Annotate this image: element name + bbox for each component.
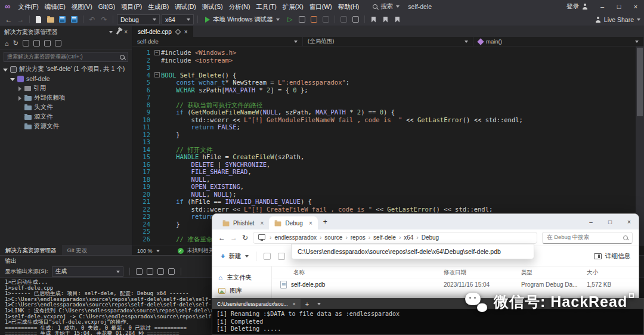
pin-icon[interactable] <box>175 29 181 35</box>
menu-item[interactable]: 测试(S) <box>199 0 226 13</box>
pin-icon[interactable] <box>116 29 121 35</box>
close-tab-icon[interactable]: × <box>184 29 188 35</box>
explorer-search-input[interactable]: 在 Debug 中搜索 <box>542 232 633 244</box>
sign-in-button[interactable]: 登录 <box>561 2 594 11</box>
code-line[interactable]: #include <iostream> <box>161 57 636 64</box>
tree-item[interactable]: 解决方案 'self-dele' (1 个项目, 共 1 个) <box>0 64 132 74</box>
new-tab-icon[interactable]: + <box>318 218 333 226</box>
start-debugging-button[interactable]: 本地 Windows 调试器 <box>202 14 283 25</box>
column-header[interactable]: 大小 <box>587 269 639 277</box>
code-line[interactable]: WCHAR szPath[MAX_PATH * 2] = { 0 }; <box>161 86 636 94</box>
menu-item[interactable]: 编辑(E) <box>42 0 69 13</box>
chevron-down-icon[interactable] <box>317 303 321 305</box>
open-folder-icon[interactable] <box>45 14 55 25</box>
bookmark-icon[interactable] <box>369 14 379 25</box>
navigate-back-icon[interactable]: ← <box>4 14 14 25</box>
save-all-icon[interactable] <box>69 14 79 25</box>
expand-arrow-icon[interactable] <box>17 86 22 91</box>
redo-icon[interactable]: ↷ <box>99 14 109 25</box>
sidebar-item[interactable]: 图库 <box>212 284 271 297</box>
code-line[interactable]: const wchar_t* NewStream = L":endlesspar… <box>161 79 636 86</box>
message-list-icon[interactable] <box>136 268 143 275</box>
breadcrumb-segment[interactable]: self-dele <box>372 234 397 241</box>
menu-item[interactable]: 视图(V) <box>69 0 95 13</box>
properties-icon[interactable] <box>55 40 61 46</box>
maximize-button[interactable]: □ <box>611 0 627 13</box>
minimize-button[interactable]: – <box>594 0 611 13</box>
code-line[interactable]: FILE_SHARE_READ, <box>161 168 636 176</box>
code-line[interactable]: // 打开文件 <box>161 146 636 154</box>
close-tab-icon[interactable]: × <box>261 220 264 227</box>
menu-item[interactable]: 文件(F) <box>15 0 41 13</box>
code-line[interactable]: if (GetModuleFileNameW(NULL, szPath, MAX… <box>161 108 636 116</box>
explorer-tab[interactable]: Phishlet× <box>217 216 269 229</box>
breadcrumb-segment[interactable]: Debug <box>420 234 440 241</box>
break-all-icon[interactable] <box>321 14 331 25</box>
switch-views-icon[interactable] <box>23 40 29 46</box>
code-line[interactable]: // 获取当前可执行文件的路径 <box>161 101 636 109</box>
refresh-icon[interactable]: ↻ <box>13 39 18 47</box>
expand-arrow-icon[interactable] <box>17 95 22 101</box>
expand-arrow-icon[interactable] <box>2 67 8 72</box>
goto-message-icon[interactable] <box>147 268 153 275</box>
solution-search-input[interactable]: 搜索解决方案资源管理器(Ctrl+;) <box>4 52 128 62</box>
find-in-files-icon[interactable] <box>351 14 361 25</box>
close-panel-icon[interactable]: × <box>124 29 128 35</box>
column-header[interactable]: 名称 <box>272 269 444 277</box>
breadcrumb-segment[interactable]: source <box>323 234 343 241</box>
fold-marker-icon[interactable]: − <box>154 72 160 77</box>
titlebar-search[interactable]: 搜索 <box>369 2 403 11</box>
scrollbar-thumb[interactable] <box>637 48 643 116</box>
menu-item[interactable]: 帮助(H) <box>335 0 363 13</box>
code-line[interactable]: if (hFile == INVALID_HANDLE_VALUE) { <box>161 198 636 206</box>
code-line[interactable]: std::wcerr << L"[!] GetModuleFileNameW f… <box>161 116 636 124</box>
file-row[interactable]: self-dele.pdb2023/11/16 15:04Program Deb… <box>272 278 639 290</box>
sidebar-item[interactable]: ⌂主文件夹 <box>212 271 271 284</box>
start-without-debugging-icon[interactable]: ▷ <box>285 14 295 25</box>
next-bookmark-icon[interactable] <box>392 14 402 25</box>
close-tab-icon[interactable]: × <box>309 220 312 227</box>
address-suggestion[interactable]: C:\Users\endlessparadox\source\repos\sel… <box>291 244 534 259</box>
live-share-button[interactable]: Live Share <box>595 16 640 23</box>
new-tab-icon[interactable]: + <box>301 300 314 308</box>
hot-reload-icon[interactable] <box>309 14 319 25</box>
breadcrumb-dropdown[interactable]: self-dele <box>132 37 303 46</box>
output-source-dropdown[interactable]: 生成 <box>52 266 123 277</box>
maximize-button[interactable]: □ <box>600 214 620 229</box>
show-all-files-icon[interactable] <box>44 40 51 46</box>
fold-marker-icon[interactable]: − <box>154 50 160 55</box>
step-over-icon[interactable] <box>339 14 349 25</box>
terminal-tab[interactable]: C:\Users\endlessparadox\sou... × <box>212 299 301 309</box>
tree-item[interactable]: 引用 <box>0 83 132 93</box>
details-toggle[interactable]: 详细信息 <box>594 252 630 260</box>
tree-item[interactable]: 头文件 <box>0 103 132 112</box>
panel-tab[interactable]: 解决方案资源管理器 <box>0 245 62 255</box>
menu-item[interactable]: 工具(T) <box>253 0 279 13</box>
menu-item[interactable]: 分析(N) <box>226 0 253 13</box>
explorer-tab[interactable]: Debug× <box>269 216 317 229</box>
document-tab[interactable]: self-dele.cpp × <box>132 26 193 37</box>
breadcrumb-dropdown[interactable]: main() <box>473 37 644 46</box>
terminal-lines[interactable]: [i] Renaming :$DATA to file data as :end… <box>212 309 643 335</box>
code-line[interactable]: NULL, NULL); <box>161 191 636 198</box>
menu-item[interactable]: 调试(D) <box>172 0 199 13</box>
tree-item[interactable]: self-dele <box>0 74 132 83</box>
forward-icon[interactable]: → <box>230 234 237 242</box>
code-line[interactable]: NULL, <box>161 176 636 184</box>
navigate-forward-icon[interactable]: → <box>16 14 26 25</box>
code-line[interactable]: #include <Windows.h> <box>161 49 636 57</box>
copy-icon[interactable] <box>278 253 285 260</box>
menu-item[interactable]: 生成(B) <box>145 0 172 13</box>
breadcrumb-dropdown[interactable]: (全局范围) <box>303 37 473 46</box>
configuration-dropdown[interactable]: Debug <box>117 14 160 24</box>
panel-tab[interactable]: Git 更改 <box>62 245 93 255</box>
close-tab-icon[interactable]: × <box>293 301 296 307</box>
code-line[interactable] <box>161 94 636 101</box>
tree-item[interactable]: 资源文件 <box>0 122 132 131</box>
column-header[interactable]: 类型 <box>521 269 587 277</box>
code-line[interactable]: OPEN_EXISTING, <box>161 183 636 191</box>
chevron-down-icon[interactable] <box>109 31 113 33</box>
new-file-icon[interactable] <box>33 14 44 25</box>
attach-to-process-icon[interactable] <box>297 14 307 25</box>
menu-item[interactable]: 项目(P) <box>118 0 145 13</box>
